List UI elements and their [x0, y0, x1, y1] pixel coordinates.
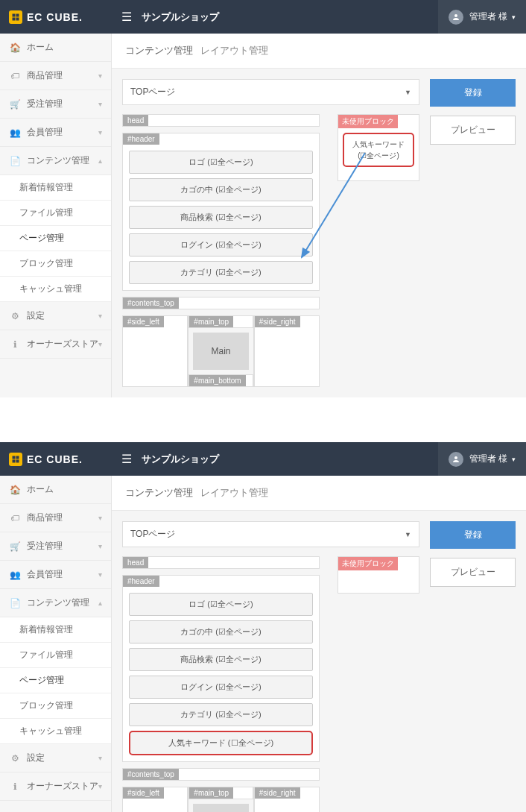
zone-side-left[interactable]: #side_left	[122, 787, 188, 812]
tag-icon: 🏷	[9, 513, 21, 523]
chevron-up-icon: ▴	[98, 157, 102, 165]
sidebar: 🏠ホーム 🏷商品管理▾ 🛒受注管理▾ 👥会員管理▾ 📄コンテンツ管理▴ 新着情報…	[0, 34, 112, 397]
sidebar-item-store[interactable]: ℹオーナーズストア▾	[0, 330, 111, 359]
shop-name: サンプルショップ	[142, 453, 219, 466]
zone-main-top[interactable]: #main_top	[188, 315, 253, 328]
chevron-down-icon: ▾	[512, 456, 516, 463]
topbar: EC CUBE. ☰ サンプルショップ 管理者 様 ▾	[0, 442, 526, 476]
zone-unused[interactable]: 未使用ブロック	[338, 556, 419, 594]
hamburger-icon[interactable]: ☰	[112, 10, 142, 24]
svg-point-0	[454, 14, 457, 17]
hamburger-icon[interactable]: ☰	[112, 452, 142, 466]
zone-side-left[interactable]: #side_left	[122, 315, 188, 387]
tag-icon: 🏷	[9, 71, 21, 81]
sidebar-item-orders[interactable]: 🛒受注管理▾	[0, 532, 111, 561]
block-login[interactable]: ログイン (☑全ページ)	[129, 676, 313, 699]
main-area: コンテンツ管理レイアウト管理 TOPページ▼ head #header ロゴ (…	[112, 34, 526, 397]
logo-text: EC CUBE.	[27, 453, 83, 465]
subnav-news[interactable]: 新着情報管理	[0, 617, 111, 643]
sidebar-item-contents[interactable]: 📄コンテンツ管理▴	[0, 589, 111, 617]
sidebar-item-members[interactable]: 👥会員管理▾	[0, 561, 111, 589]
subnav-news[interactable]: 新着情報管理	[0, 175, 111, 201]
sidebar-item-members[interactable]: 👥会員管理▾	[0, 119, 111, 147]
block-popular-keyword[interactable]: 人気キーワード (☐全ページ)	[343, 133, 414, 167]
block-popular-keyword[interactable]: 人気キーワード (☐全ページ)	[129, 731, 313, 755]
user-menu[interactable]: 管理者 様 ▾	[438, 0, 526, 34]
sidebar-item-settings[interactable]: ⚙設定▾	[0, 302, 111, 330]
logo[interactable]: EC CUBE.	[0, 442, 112, 476]
zone-head[interactable]: head	[122, 556, 320, 569]
sidebar-item-orders[interactable]: 🛒受注管理▾	[0, 90, 111, 119]
block-cart[interactable]: カゴの中 (☑全ページ)	[129, 620, 313, 643]
file-icon: 📄	[9, 156, 21, 166]
sidebar-item-home[interactable]: 🏠ホーム	[0, 34, 111, 62]
screenshot-before: EC CUBE. ☰ サンプルショップ 管理者 様 ▾ 🏠ホーム 🏷商品管理▾ …	[0, 0, 526, 397]
register-button[interactable]: 登録	[430, 521, 516, 549]
block-logo[interactable]: ロゴ (☑全ページ)	[129, 151, 313, 174]
chevron-down-icon: ▾	[98, 542, 102, 550]
zone-header[interactable]: #header ロゴ (☑全ページ) カゴの中 (☑全ページ) 商品検索 (☑全…	[122, 133, 320, 291]
user-menu[interactable]: 管理者 様 ▾	[438, 442, 526, 476]
logo[interactable]: EC CUBE.	[0, 0, 112, 34]
block-category[interactable]: カテゴリ (☑全ページ)	[129, 261, 313, 284]
subnav-cache[interactable]: キャッシュ管理	[0, 277, 111, 302]
home-icon: 🏠	[9, 43, 21, 53]
chevron-up-icon: ▴	[98, 599, 102, 607]
zone-side-right[interactable]: #side_right	[254, 315, 320, 387]
register-button[interactable]: 登録	[430, 79, 516, 107]
gear-icon: ⚙	[9, 753, 21, 764]
sidebar-item-settings[interactable]: ⚙設定▾	[0, 744, 111, 772]
subnav-page[interactable]: ページ管理	[0, 668, 111, 693]
screenshot-after: EC CUBE. ☰ サンプルショップ 管理者 様 ▾ 🏠ホーム 🏷商品管理▾ …	[0, 442, 526, 812]
zone-contents-top[interactable]: #contents_top	[122, 297, 320, 309]
zone-unused[interactable]: 未使用ブロック 人気キーワード (☐全ページ)	[338, 114, 419, 181]
svg-point-2	[454, 456, 457, 459]
subnav-block[interactable]: ブロック管理	[0, 251, 111, 277]
zone-header[interactable]: #header ロゴ (☑全ページ) カゴの中 (☑全ページ) 商品検索 (☑全…	[122, 575, 320, 762]
users-icon: 👥	[9, 128, 21, 138]
zone-contents-top[interactable]: #contents_top	[122, 768, 320, 781]
chevron-down-icon: ▾	[98, 514, 102, 522]
subnav-cache[interactable]: キャッシュ管理	[0, 719, 111, 744]
block-logo[interactable]: ロゴ (☑全ページ)	[129, 593, 313, 616]
info-icon: ℹ	[9, 781, 21, 792]
preview-button[interactable]: プレビュー	[430, 558, 516, 587]
breadcrumb: コンテンツ管理レイアウト管理	[112, 34, 526, 69]
block-login[interactable]: ログイン (☑全ページ)	[129, 233, 313, 256]
logo-icon	[9, 453, 22, 466]
logo-icon	[9, 10, 22, 24]
page-select[interactable]: TOPページ▼	[122, 79, 419, 105]
block-category[interactable]: カテゴリ (☑全ページ)	[129, 703, 313, 726]
sidebar-item-home[interactable]: 🏠ホーム	[0, 476, 111, 504]
gear-icon: ⚙	[9, 311, 21, 321]
info-icon: ℹ	[9, 339, 21, 350]
logo-text: EC CUBE.	[27, 11, 83, 23]
shop-name: サンプルショップ	[142, 10, 219, 24]
cart-icon: 🛒	[9, 541, 21, 552]
avatar-icon	[449, 10, 463, 25]
subnav-page[interactable]: ページ管理	[0, 226, 111, 251]
zone-side-right[interactable]: #side_right	[254, 787, 320, 812]
block-search[interactable]: 商品検索 (☑全ページ)	[129, 206, 313, 229]
page-select[interactable]: TOPページ▼	[122, 521, 419, 547]
topbar: EC CUBE. ☰ サンプルショップ 管理者 様 ▾	[0, 0, 526, 34]
chevron-down-icon: ▾	[98, 100, 102, 108]
home-icon: 🏠	[9, 485, 21, 495]
zone-head[interactable]: head	[122, 114, 320, 127]
chevron-down-icon: ▼	[405, 89, 411, 96]
preview-button[interactable]: プレビュー	[430, 116, 516, 145]
block-search[interactable]: 商品検索 (☑全ページ)	[129, 648, 313, 671]
sidebar-item-contents[interactable]: 📄コンテンツ管理▴	[0, 147, 111, 175]
zone-main-top[interactable]: #main_top	[188, 787, 253, 799]
sidebar-item-products[interactable]: 🏷商品管理▾	[0, 504, 111, 532]
subnav-file[interactable]: ファイル管理	[0, 201, 111, 226]
subnav-block[interactable]: ブロック管理	[0, 693, 111, 719]
avatar-icon	[449, 452, 463, 467]
zone-main: Main	[193, 333, 248, 370]
sidebar-item-products[interactable]: 🏷商品管理▾	[0, 62, 111, 90]
sidebar-item-store[interactable]: ℹオーナーズストア▾	[0, 772, 111, 801]
subnav-file[interactable]: ファイル管理	[0, 643, 111, 668]
breadcrumb: コンテンツ管理レイアウト管理	[112, 476, 526, 511]
block-cart[interactable]: カゴの中 (☑全ページ)	[129, 178, 313, 201]
zone-main-bottom[interactable]: #main_bottom	[188, 374, 253, 387]
